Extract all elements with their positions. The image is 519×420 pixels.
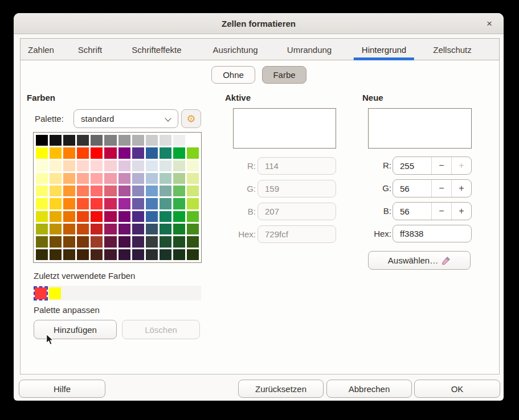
plus-button[interactable]: + — [451, 157, 471, 174]
tab-schrift[interactable]: Schrift — [70, 39, 111, 60]
palette-swatch[interactable] — [91, 186, 103, 196]
palette-swatch[interactable] — [146, 224, 158, 234]
palette-swatch[interactable] — [104, 135, 116, 146]
palette-swatch[interactable] — [146, 147, 158, 158]
tab-schrifteffekte[interactable]: Schrifteffekte — [124, 39, 189, 60]
palette-swatch[interactable] — [173, 236, 185, 247]
palette-swatch[interactable] — [63, 236, 75, 247]
plus-button[interactable]: + — [451, 203, 471, 220]
palette-swatch[interactable] — [173, 224, 185, 234]
palette-swatch[interactable] — [160, 236, 171, 247]
delete-color-button[interactable]: Löschen — [122, 320, 200, 339]
palette-swatch[interactable] — [36, 198, 48, 209]
palette-swatch[interactable] — [187, 249, 199, 260]
titlebar[interactable]: Zellen formatieren × — [14, 13, 504, 34]
palette-swatch[interactable] — [118, 224, 130, 234]
palette-swatch[interactable] — [187, 186, 199, 196]
palette-swatch[interactable] — [173, 147, 185, 158]
palette-swatch[interactable] — [91, 236, 103, 247]
palette-swatch[interactable] — [173, 249, 185, 260]
palette-swatch[interactable] — [173, 198, 185, 209]
palette-swatch[interactable] — [36, 147, 48, 158]
new-r-value[interactable]: 255 — [393, 157, 431, 174]
palette-swatch[interactable] — [160, 249, 171, 260]
palette-swatch[interactable] — [36, 173, 48, 184]
palette-swatch[interactable] — [187, 147, 199, 158]
palette-swatch[interactable] — [132, 186, 144, 196]
palette-swatch[interactable] — [132, 249, 144, 260]
palette-swatch[interactable] — [173, 173, 185, 184]
fill-color-toggle[interactable]: Farbe — [262, 66, 307, 84]
palette-swatch[interactable] — [77, 236, 89, 247]
palette-swatch[interactable] — [91, 147, 103, 158]
help-button[interactable]: Hilfe — [19, 380, 105, 398]
palette-swatch[interactable] — [132, 147, 144, 158]
palette-swatch[interactable] — [118, 135, 130, 146]
palette-swatch[interactable] — [50, 224, 62, 234]
palette-swatch[interactable] — [160, 186, 171, 196]
palette-swatch[interactable] — [132, 160, 144, 171]
palette-swatch[interactable] — [63, 186, 75, 196]
palette-swatch[interactable] — [77, 135, 89, 146]
palette-swatch[interactable] — [118, 198, 130, 209]
palette-swatch[interactable] — [146, 249, 158, 260]
palette-swatch[interactable] — [63, 198, 75, 209]
palette-swatch[interactable] — [187, 173, 199, 184]
palette-swatch[interactable] — [63, 211, 75, 222]
palette-swatch[interactable] — [118, 236, 130, 247]
palette-swatch[interactable] — [36, 249, 48, 260]
palette-swatch[interactable] — [104, 224, 116, 234]
palette-dropdown[interactable]: standard — [73, 109, 178, 128]
palette-swatch[interactable] — [160, 211, 171, 222]
palette-swatch[interactable] — [91, 135, 103, 146]
palette-swatch[interactable] — [187, 236, 199, 247]
new-b-value[interactable]: 56 — [393, 203, 431, 220]
palette-swatch[interactable] — [50, 198, 62, 209]
recent-color-swatch[interactable] — [35, 287, 47, 299]
palette-swatch[interactable] — [36, 160, 48, 171]
palette-swatch[interactable] — [91, 224, 103, 234]
palette-swatch[interactable] — [36, 211, 48, 222]
palette-swatch[interactable] — [146, 236, 158, 247]
palette-swatch[interactable] — [91, 160, 103, 171]
palette-swatch[interactable] — [118, 173, 130, 184]
palette-swatch[interactable] — [146, 186, 158, 196]
palette-swatch[interactable] — [132, 224, 144, 234]
palette-swatch[interactable] — [36, 236, 48, 247]
palette-swatch[interactable] — [36, 135, 48, 146]
palette-swatch[interactable] — [91, 173, 103, 184]
minus-button[interactable]: − — [431, 203, 451, 220]
palette-swatch[interactable] — [118, 147, 130, 158]
palette-swatch[interactable] — [187, 198, 199, 209]
tab-zahlen[interactable]: Zahlen — [20, 39, 62, 60]
cancel-button[interactable]: Abbrechen — [326, 380, 412, 398]
palette-swatch[interactable] — [104, 211, 116, 222]
palette-swatch[interactable] — [36, 224, 48, 234]
palette-swatch[interactable] — [77, 173, 89, 184]
palette-swatch[interactable] — [63, 147, 75, 158]
palette-swatch[interactable] — [91, 211, 103, 222]
palette-swatch[interactable] — [50, 160, 62, 171]
close-icon[interactable]: × — [483, 18, 496, 30]
palette-swatch[interactable] — [63, 173, 75, 184]
palette-swatch[interactable] — [132, 236, 144, 247]
new-g-value[interactable]: 56 — [393, 180, 431, 197]
tab-zellschutz[interactable]: Zellschutz — [425, 39, 480, 60]
palette-swatch[interactable] — [146, 211, 158, 222]
palette-swatch[interactable] — [146, 173, 158, 184]
tab-ausrichtung[interactable]: Ausrichtung — [205, 39, 265, 60]
palette-swatch[interactable] — [173, 160, 185, 171]
palette-swatch[interactable] — [132, 198, 144, 209]
palette-swatch[interactable] — [50, 249, 62, 260]
palette-swatch[interactable] — [187, 160, 199, 171]
palette-swatch[interactable] — [91, 249, 103, 260]
fill-none-toggle[interactable]: Ohne — [211, 66, 255, 84]
palette-swatch[interactable] — [146, 135, 158, 146]
palette-swatch[interactable] — [187, 135, 199, 146]
palette-swatch[interactable] — [104, 186, 116, 196]
palette-swatch[interactable] — [132, 135, 144, 146]
palette-swatch[interactable] — [173, 211, 185, 222]
new-hex-input[interactable]: ff3838 — [393, 225, 472, 242]
palette-swatch[interactable] — [104, 249, 116, 260]
palette-swatch[interactable] — [50, 186, 62, 196]
